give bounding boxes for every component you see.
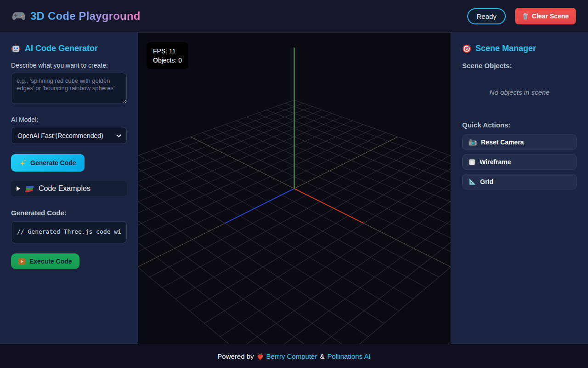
scene-objects-label: Scene Objects: [462,62,577,69]
objects-value: Objects: 0 [153,56,182,65]
footer-ampersand: & [320,352,324,360]
header-actions: Ready Clear Scene [467,8,576,24]
grid-svg [138,33,451,344]
generate-button[interactable]: Generate Code [11,154,85,172]
examples-label: Code Examples [39,184,90,193]
camera-icon [469,139,477,146]
scene-manager-title: Scene Manager [475,44,536,53]
books-icon [24,184,34,193]
clear-scene-button[interactable]: Clear Scene [515,8,576,24]
reset-camera-button[interactable]: Reset Camera [462,134,577,150]
page-title: 3D Code Playground [30,10,141,23]
fps-value: FPS: 11 [153,46,182,56]
gamepad-icon [12,12,26,21]
wireframe-button[interactable]: Wireframe [462,154,577,170]
reset-camera-label: Reset Camera [481,138,524,146]
generated-code-label: Generated Code: [11,209,127,217]
empty-scene-message: No objects in scene [462,88,577,96]
ruler-icon [469,178,476,185]
generate-label: Generate Code [30,159,76,167]
clear-scene-label: Clear Scene [532,12,569,20]
examples-toggle[interactable]: Code Examples [11,181,127,196]
prompt-textarea[interactable] [11,73,127,104]
status-badge: Ready [467,8,505,24]
play-icon [18,258,25,265]
model-select[interactable]: OpenAI Fast (Recommended) [11,127,127,144]
execute-label: Execute Code [29,258,72,265]
wireframe-label: Wireframe [480,158,511,166]
trash-icon [522,13,528,20]
scene-manager-heading: Scene Manager [462,44,577,53]
grid-button[interactable]: Grid [462,174,577,190]
model-label: AI Model: [11,116,127,123]
pollinations-link[interactable]: Pollinations AI [327,352,370,360]
model-selected-value: OpenAI Fast (Recommended) [17,132,103,139]
app-header: 3D Code Playground Ready Clear Scene [0,0,588,33]
chevron-down-icon [116,134,121,138]
sparkles-icon [19,159,27,167]
viewport-canvas[interactable]: FPS: 11 Objects: 0 [138,33,451,344]
ai-generator-heading: AI Code Generator [11,44,127,53]
prompt-label: Describe what you want to create: [11,62,127,69]
grid-label: Grid [480,178,493,185]
execute-button[interactable]: Execute Code [11,253,79,269]
strawberry-icon [257,352,264,360]
expand-arrow-icon [17,186,20,191]
ai-generator-title: AI Code Generator [25,44,98,53]
app-footer: Powered by Berrry Computer & Pollination… [0,344,588,368]
ai-generator-panel: AI Code Generator Describe what you want… [0,33,138,344]
powered-by-text: Powered by [217,352,254,360]
quick-actions-label: Quick Actions: [462,121,577,129]
fps-overlay: FPS: 11 Objects: 0 [147,42,188,69]
target-icon [462,44,471,53]
wireframe-icon [469,159,475,166]
scene-manager-panel: Scene Manager Scene Objects: No objects … [451,33,588,344]
robot-icon [11,44,21,53]
berrry-link[interactable]: Berrry Computer [266,352,317,360]
generated-code-box: // Generated Three.js code wi [11,221,127,243]
brand: 3D Code Playground [12,10,141,23]
main-area: AI Code Generator Describe what you want… [0,33,588,344]
